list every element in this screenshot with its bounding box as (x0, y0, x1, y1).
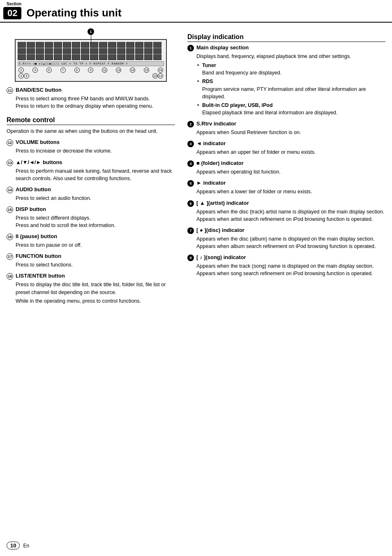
lcd-seg (126, 54, 134, 60)
lcd-seg (27, 54, 35, 60)
num-circle-6: 6 (46, 67, 52, 73)
unit-display: S.Rtrv ◄■ ►[▲][●][♪] LOC ∞ TA TP ≻ F-REP… (15, 39, 167, 82)
list-enter-line-1: Press to display the disc title list, tr… (16, 281, 175, 296)
audio-body: Press to select an audio function. (7, 195, 175, 202)
num-circle-11: 11 (102, 67, 107, 73)
num-circle-7: 7 (60, 67, 66, 73)
volume-body: Press to increase or decrease the volume… (7, 147, 175, 155)
display-indication-heading: Display indication (187, 33, 385, 42)
lcd-seg (153, 42, 161, 48)
content-area: 1 (0, 27, 392, 309)
display-item-8-line1: Appears when the track (song) name is di… (196, 262, 385, 270)
display-item-2-body: Appears when Sound Retriever function is… (187, 129, 385, 136)
display-item-3: 3 ◄ indicator Appears when an upper tier… (187, 140, 385, 156)
lcd-seg (81, 54, 89, 60)
num-label-13: 13 (116, 67, 121, 73)
display-item-7-num: 7 (187, 227, 194, 234)
lcd-seg (27, 48, 35, 54)
disp-item: 15 DISP button Press to select different… (7, 206, 175, 229)
lcd-seg (144, 42, 152, 48)
lcd-seg (99, 42, 107, 48)
lcd-seg (27, 42, 35, 48)
list-enter-line-2: While in the operating menu, press to co… (16, 297, 175, 305)
bullet-cd-label: Bulit-in CD player, USB, iPod (202, 102, 385, 109)
bullet-tuner-text: Band and frequency are displayed. (202, 70, 281, 76)
lcd-seg (135, 54, 143, 60)
lcd-seg (144, 54, 152, 60)
lcd-seg (45, 48, 53, 54)
num-labels-row: 2 4 6 7 8 9 (18, 66, 164, 73)
volume-item: 12 VOLUME buttons Press to increase or d… (7, 139, 175, 155)
lcd-display (18, 42, 164, 60)
num-circle-16: 16 (158, 67, 163, 73)
display-item-5: 5 ► indicator Appears when a lower tier … (187, 180, 385, 195)
display-item-7-line2: Appears when album search refinement on … (196, 243, 385, 250)
device-image: 1 (7, 27, 175, 82)
list-enter-body: Press to display the disc title list, tr… (7, 281, 175, 304)
disp-num: 15 (7, 206, 13, 213)
display-item-5-body: Appears when a lower tier of folder or m… (187, 188, 385, 195)
list-enter-item: 18 LIST/ENTER button Press to display th… (7, 273, 175, 304)
display-item-4: 4 ■ (folder) indicator Appears when oper… (187, 160, 385, 176)
display-item-1-body: Displays band, frequency, elapsed playba… (187, 53, 385, 116)
bullet-rds: RDS Program service name, PTY informatio… (196, 78, 385, 100)
remote-control-intro: Operation is the same as when using the … (7, 127, 175, 135)
lcd-seg (90, 48, 98, 54)
function-num: 17 (7, 253, 13, 260)
num-circle-15: 15 (144, 67, 149, 73)
pause-label: II (pause) button (16, 233, 57, 239)
section-number: 02 (3, 7, 21, 19)
lcd-seg (99, 48, 107, 54)
num-circle-12: 12 (158, 73, 163, 79)
display-item-4-body: Appears when operating list function. (187, 168, 385, 176)
band-esc-line-1: Press to select among three FM bands and… (16, 95, 175, 102)
lcd-seg (108, 42, 116, 48)
band-esc-item: 11 BAND/ESC button Press to select among… (7, 87, 175, 110)
audio-label: AUDIO button (16, 186, 51, 192)
display-item-6: 6 [ ▲ ](artist) indicator Appears when t… (187, 200, 385, 223)
spacer (29, 73, 152, 79)
lcd-seg (90, 54, 98, 60)
function-body: Press to select functions. (7, 261, 175, 269)
lcd-row-2 (18, 48, 164, 54)
callout-1: 1 (88, 28, 94, 43)
lcd-seg (63, 48, 71, 54)
lcd-seg (117, 54, 125, 60)
bullet-rds-text: Program service name, PTY information an… (202, 86, 366, 100)
display-item-3-label: ◄ indicator (196, 140, 226, 146)
lcd-seg (144, 48, 152, 54)
lcd-seg (36, 54, 44, 60)
display-item-5-label: ► indicator (196, 180, 226, 186)
remote-control-heading: Remote control (7, 116, 175, 125)
lcd-seg (99, 54, 107, 60)
band-esc-body: Press to select among three FM bands and… (7, 95, 175, 110)
display-item-4-header: 4 ■ (folder) indicator (187, 160, 385, 167)
lcd-seg (135, 42, 143, 48)
display-item-3-header: 3 ◄ indicator (187, 140, 385, 147)
left-column: 1 (7, 27, 183, 309)
arrows-body: Press to perform manual seek tuning, fas… (7, 167, 175, 182)
bullet-tuner: Tuner Band and frequency are displayed. (196, 62, 385, 76)
disp-header: 15 DISP button (7, 206, 175, 213)
num-label-12: 12 (158, 73, 163, 79)
lcd-seg (54, 54, 62, 60)
pause-num: 16 (7, 234, 13, 240)
lcd-seg (18, 54, 26, 60)
section-label: Section (7, 2, 21, 6)
num-circle-9: 9 (88, 67, 93, 73)
arrows-header: 13 ▲/▼/◄/► buttons (7, 159, 175, 166)
list-enter-label: LIST/ENTER button (16, 273, 65, 279)
num-labels-row2: 3 5 10 12 (18, 73, 164, 79)
display-item-6-line1: Appears when the disc (track) artist nam… (196, 208, 385, 215)
display-item-6-label: [ ▲ ](artist) indicator (196, 200, 249, 206)
lcd-seg (117, 42, 125, 48)
pause-item: 16 II (pause) button Press to turn pause… (7, 233, 175, 249)
lcd-seg (63, 42, 71, 48)
num-label-7: 7 (60, 67, 66, 73)
display-item-7-header: 7 [ ● ](disc) indicator (187, 227, 385, 234)
display-item-2: 2 S.Rtrv indicator Appears when Sound Re… (187, 120, 385, 136)
display-item-3-num: 3 (187, 141, 194, 147)
callout-line-1 (91, 35, 91, 43)
display-item-7: 7 [ ● ](disc) indicator Appears when the… (187, 227, 385, 250)
audio-item: 14 AUDIO button Press to select an audio… (7, 186, 175, 202)
